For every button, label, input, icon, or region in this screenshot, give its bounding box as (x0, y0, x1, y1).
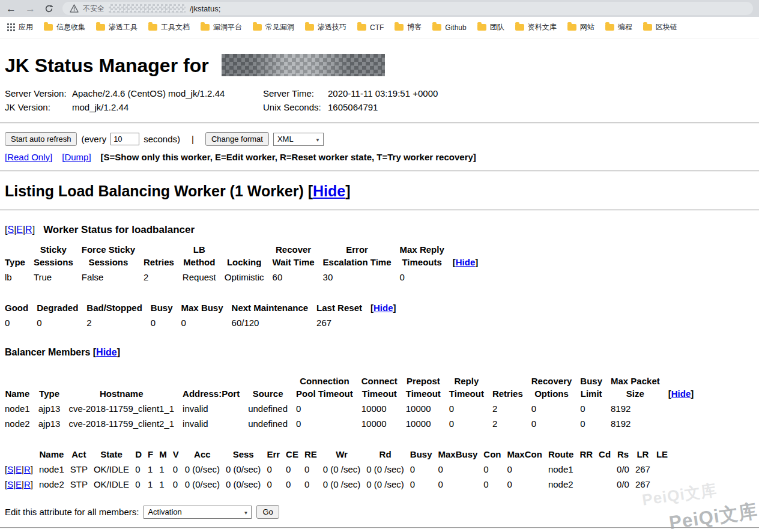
column-header: Name (5, 373, 38, 401)
table-cell: 0 (0 /sec) (366, 477, 410, 492)
bookmark-label: 常见漏洞 (265, 22, 294, 32)
go-button[interactable]: Go (256, 505, 279, 519)
start-auto-refresh-button[interactable]: Start auto refresh (5, 132, 77, 146)
bookmark-item[interactable]: 资料文库 (515, 22, 557, 32)
balancer-members-heading: Balancer Members [Hide] (5, 347, 754, 358)
bookmark-item[interactable]: 工具文档 (148, 22, 190, 32)
table-cell: 8192 (611, 401, 668, 416)
bookmark-item[interactable]: CTF (357, 23, 384, 32)
table-cell (668, 416, 703, 431)
address-bar[interactable]: 不安全 /jkstatus; (62, 2, 753, 15)
action-link-s[interactable]: S (7, 479, 13, 489)
reset-worker-link[interactable]: R (25, 225, 32, 235)
dump-link[interactable]: [Dump] (62, 152, 91, 162)
table-cell: 0 (37, 315, 86, 330)
divider (0, 527, 759, 528)
bookmark-item[interactable]: 信息收集 (44, 22, 85, 32)
table-cell: 0 (400, 270, 453, 285)
bookmark-item[interactable]: 区块链 (643, 22, 677, 32)
bookmark-label: 渗透技巧 (318, 22, 346, 32)
action-link-e[interactable]: E (16, 464, 22, 474)
folder-icon (44, 24, 53, 31)
folder-icon (148, 24, 157, 31)
insecure-label: 不安全 (83, 4, 104, 14)
table-cell: 1 (159, 462, 173, 477)
table-cell: 1 (148, 477, 159, 492)
table-cell: node1 (5, 401, 38, 416)
unix-seconds-value: 1605064791 (328, 100, 438, 114)
table-cell: 0 (483, 477, 507, 492)
bookmark-item[interactable]: 团队 (477, 22, 504, 32)
worker-status-heading-row: [S|E|R] Worker Status for loadbalancer (5, 224, 754, 236)
action-link-s[interactable]: S (7, 464, 13, 474)
change-format-button[interactable]: Change format (205, 132, 269, 146)
table-cell: 0 (286, 462, 304, 477)
table-cell: cve-2018-11759_client1_1 (68, 401, 183, 416)
table-cell: invalid (183, 416, 248, 431)
action-link-e[interactable]: E (16, 479, 22, 489)
table-cell: 0 (181, 315, 232, 330)
refresh-interval-input[interactable] (110, 133, 139, 145)
column-header: Address:Port (183, 373, 248, 401)
column-header: Con (483, 447, 507, 462)
attribute-selected-value: Activation (148, 507, 181, 516)
table-cell: 0 (304, 477, 323, 492)
show-worker-link[interactable]: S (7, 225, 14, 235)
bookmark-label: 渗透工具 (109, 22, 138, 32)
dropdown-caret-icon (315, 135, 320, 144)
table-cell: 0 (0 /sec) (323, 477, 367, 492)
table-cell: 2 (492, 416, 531, 431)
column-header: RR (579, 447, 599, 462)
reload-icon[interactable] (44, 4, 53, 13)
bookmark-item[interactable]: 博客 (395, 22, 422, 32)
bookmark-label: 漏洞平台 (213, 22, 242, 32)
hide-members-link[interactable]: Hide (96, 347, 117, 357)
table-row: [S|E|R]node2STPOK/IDLE01100 (0/sec)0 (0/… (5, 477, 674, 492)
bookmark-item[interactable]: 网站 (567, 22, 594, 32)
table-cell: 267 (635, 477, 656, 492)
table-row: [S|E|R]node1STPOK/IDLE01100 (0/sec)0 (0/… (5, 462, 674, 477)
hide-wrap: [Hide] (93, 347, 120, 357)
action-link-r[interactable]: R (24, 479, 31, 489)
bracket: [ (308, 183, 313, 199)
action-link-hide[interactable]: Hide (456, 257, 476, 267)
action-link-hide[interactable]: Hide (671, 388, 691, 399)
table-cell (370, 315, 405, 330)
bookmark-item[interactable]: 渗透技巧 (305, 22, 346, 32)
bookmark-label: 工具文档 (161, 22, 190, 32)
hide-listing-link[interactable]: Hide (313, 183, 345, 199)
bookmark-item[interactable]: Github (432, 23, 466, 32)
table-cell (579, 477, 599, 492)
folder-icon (395, 24, 404, 31)
column-header: Source (248, 373, 296, 401)
bookmark-item[interactable]: 编程 (605, 22, 632, 32)
bookmark-apps[interactable]: 应用 (7, 22, 33, 32)
table-cell (599, 462, 617, 477)
format-select[interactable]: XML (273, 133, 324, 146)
table-cell: 2 (492, 401, 531, 416)
table-cell (453, 270, 487, 285)
action-link-r[interactable]: R (24, 464, 31, 474)
column-header: LR (635, 447, 656, 462)
table-cell: undefined (248, 416, 296, 431)
jk-version-value: mod_jk/1.2.44 (72, 100, 263, 114)
attribute-select[interactable]: Activation (144, 506, 252, 519)
column-header: [Hide] (453, 242, 487, 270)
edit-worker-link[interactable]: E (16, 225, 23, 235)
table-cell: [S|E|R] (5, 462, 39, 477)
read-only-link[interactable]: [Read Only] (5, 152, 52, 162)
column-header: Force Sticky Sessions (82, 242, 144, 270)
column-header: [Hide] (668, 373, 703, 401)
back-button[interactable] (6, 4, 16, 14)
divider (0, 210, 759, 211)
column-header: Err (267, 447, 286, 462)
bookmark-item[interactable]: 常见漏洞 (253, 22, 294, 32)
table-row: lbTrueFalse2RequestOptimistic60300 (5, 270, 486, 285)
column-header: Prepost Timeout (406, 373, 449, 401)
column-header: CE (286, 447, 304, 462)
forward-button[interactable] (25, 4, 35, 14)
bookmark-item[interactable]: 漏洞平台 (201, 22, 242, 32)
bookmark-item[interactable]: 渗透工具 (96, 22, 138, 32)
action-link-hide[interactable]: Hide (373, 303, 393, 313)
dropdown-caret-icon (244, 507, 249, 516)
